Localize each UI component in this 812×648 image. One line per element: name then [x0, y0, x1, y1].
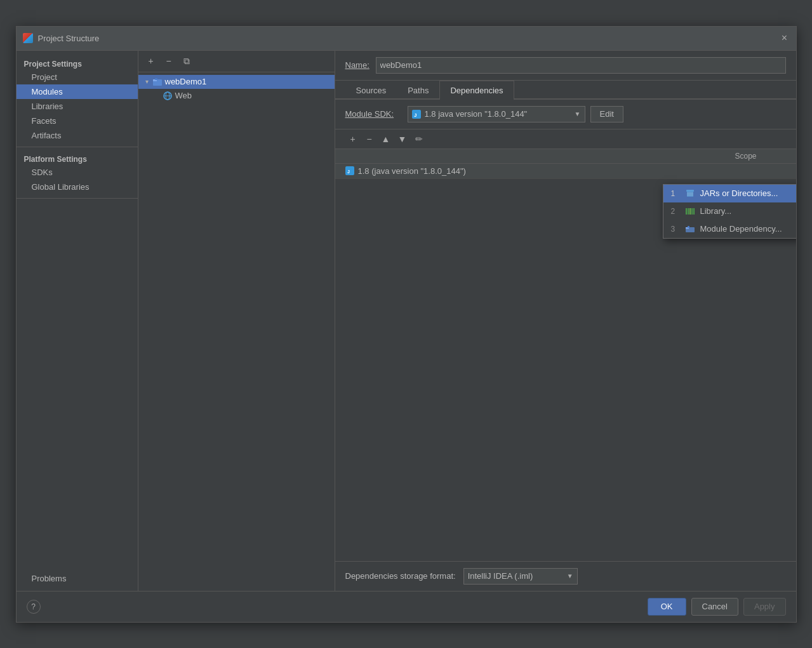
storage-dropdown[interactable]: IntelliJ IDEA (.iml) ▼: [463, 568, 578, 585]
name-row: Name:: [335, 51, 796, 81]
library-icon: [685, 206, 695, 216]
jar-icon: [685, 188, 695, 199]
cancel-button[interactable]: Cancel: [691, 598, 738, 616]
storage-label: Dependencies storage format:: [345, 571, 456, 581]
dropdown-item-2-label: Library...: [700, 206, 732, 216]
dropdown-item-1-label: JARs or Directories...: [700, 188, 778, 198]
dialog-footer: ? OK Cancel Apply: [17, 591, 796, 622]
svg-rect-15: [689, 208, 691, 215]
svg-rect-14: [688, 208, 689, 215]
name-input[interactable]: [376, 57, 786, 74]
sidebar-item-problems[interactable]: Problems: [17, 571, 138, 586]
tree-item-label-web: Web: [175, 91, 192, 100]
project-structure-dialog: Project Structure × Project Settings Pro…: [16, 26, 797, 623]
tree-add-button[interactable]: +: [143, 54, 159, 68]
tree-content: ▾ webDemo1: [138, 72, 335, 591]
edit-sdk-button[interactable]: Edit: [590, 106, 623, 122]
storage-dropdown-arrow-icon: ▼: [567, 572, 573, 579]
dropdown-item-library[interactable]: 2 Library...: [663, 202, 796, 220]
tree-remove-button[interactable]: −: [161, 54, 176, 68]
tab-dependencies[interactable]: Dependencies: [439, 81, 514, 100]
module-dep-icon: [685, 224, 695, 234]
deps-sdk-icon: J: [345, 166, 354, 175]
tree-item-webdemo1[interactable]: ▾ webDemo1: [138, 75, 335, 89]
svg-rect-20: [688, 226, 689, 228]
deps-col-scope: Scope: [735, 152, 786, 161]
app-icon: [23, 33, 33, 43]
tree-copy-button[interactable]: ⧉: [179, 54, 194, 68]
dropdown-item-jars[interactable]: 1 JARs or Directories...: [663, 185, 796, 202]
web-icon: [163, 91, 173, 101]
deps-edit-button[interactable]: ✏: [411, 132, 427, 146]
deps-table-header: Scope: [335, 149, 796, 164]
sidebar-item-facets[interactable]: Facets: [17, 114, 138, 128]
svg-rect-16: [691, 208, 693, 215]
platform-settings-section: Platform Settings: [17, 151, 138, 165]
svg-text:J: J: [414, 112, 416, 117]
sdk-dropdown-text: 1.8 java version "1.8.0_144": [425, 109, 571, 119]
sidebar-item-artifacts[interactable]: Artifacts: [17, 128, 138, 143]
tab-sources[interactable]: Sources: [345, 81, 397, 100]
deps-col-name: [345, 152, 735, 161]
sidebar-item-sdks[interactable]: SDKs: [17, 165, 138, 180]
sdk-java-icon: J: [412, 110, 421, 119]
close-button[interactable]: ×: [780, 33, 790, 43]
tabs-row: Sources Paths Dependencies: [335, 81, 796, 100]
sdk-dropdown[interactable]: J 1.8 java version "1.8.0_144" ▼: [408, 106, 585, 122]
deps-row-0[interactable]: J 1.8 (java version "1.8.0_144"): [335, 164, 796, 179]
dropdown-menu: 1 JARs or Directories... 2: [663, 184, 796, 239]
svg-rect-17: [693, 208, 695, 215]
deps-add-button[interactable]: +: [345, 132, 361, 146]
tree-panel: + − ⧉ ▾ webDemo1: [138, 51, 335, 591]
sidebar-item-global-libraries[interactable]: Global Libraries: [17, 180, 138, 194]
apply-button[interactable]: Apply: [743, 598, 786, 616]
module-sdk-row: Module SDK: J 1.8 java version "1.8.0_14…: [335, 100, 796, 129]
tree-item-web[interactable]: Web: [138, 89, 335, 103]
sidebar-item-project[interactable]: Project: [17, 70, 138, 84]
sdk-dropdown-arrow-icon: ▼: [575, 110, 581, 117]
tab-paths[interactable]: Paths: [397, 81, 439, 100]
dropdown-item-3-label: Module Dependency...: [700, 224, 782, 234]
module-icon: [152, 77, 163, 87]
deps-up-button[interactable]: ▲: [378, 132, 394, 146]
tree-arrow-webdemo1: ▾: [143, 78, 151, 86]
project-settings-section: Project Settings: [17, 56, 138, 70]
deps-toolbar: + − ▲ ▼ ✏: [335, 129, 796, 149]
deps-remove-button[interactable]: −: [362, 132, 377, 146]
sidebar-item-modules[interactable]: Modules: [17, 84, 138, 99]
dropdown-item-2-num: 2: [671, 207, 680, 216]
dialog-body: Project Settings Project Modules Librari…: [17, 51, 796, 591]
sidebar-divider2: [17, 198, 138, 199]
sidebar-divider: [17, 147, 138, 147]
svg-rect-2: [155, 78, 157, 80]
dropdown-item-3-num: 3: [671, 225, 680, 234]
sidebar-bottom: Problems: [17, 571, 138, 586]
sidebar: Project Settings Project Modules Librari…: [17, 51, 138, 591]
name-label: Name:: [345, 60, 371, 70]
sidebar-item-libraries[interactable]: Libraries: [17, 99, 138, 114]
help-button[interactable]: ?: [27, 600, 41, 614]
storage-dropdown-text: IntelliJ IDEA (.iml): [468, 571, 563, 581]
footer-left: ?: [27, 600, 41, 614]
deps-row-0-text: J 1.8 (java version "1.8.0_144"): [345, 166, 735, 176]
svg-text:J: J: [347, 169, 350, 174]
title-bar: Project Structure ×: [17, 27, 796, 51]
content-panel: Name: Sources Paths Dependencies Module …: [335, 51, 796, 591]
title-bar-text: Project Structure: [38, 34, 780, 43]
deps-row-0-label: 1.8 (java version "1.8.0_144"): [358, 166, 466, 176]
tree-toolbar: + − ⧉: [138, 51, 335, 72]
svg-rect-13: [686, 208, 687, 215]
dropdown-item-1-num: 1: [671, 189, 680, 198]
ok-button[interactable]: OK: [648, 598, 686, 616]
sdk-label: Module SDK:: [345, 109, 403, 119]
deps-down-button[interactable]: ▼: [395, 132, 410, 146]
storage-row: Dependencies storage format: IntelliJ ID…: [335, 561, 796, 591]
svg-rect-8: [686, 190, 694, 192]
tree-item-label-webdemo1: webDemo1: [165, 77, 207, 86]
dropdown-item-module-dep[interactable]: 3 Module Dependency...: [663, 220, 796, 238]
